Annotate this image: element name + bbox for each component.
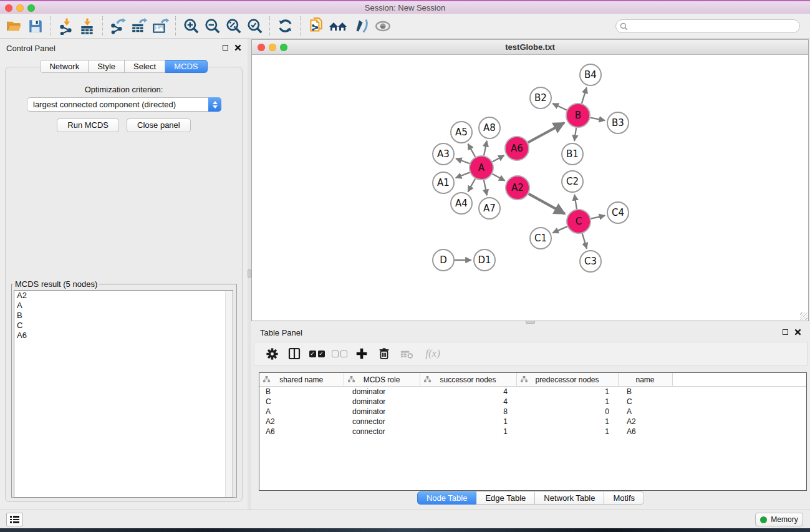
deselect-all-icon[interactable] (329, 344, 349, 363)
graph-edge-B-B1[interactable] (574, 128, 576, 141)
graph-edge-C-C3[interactable] (582, 233, 587, 248)
zoom-fit-icon[interactable] (223, 16, 244, 37)
tab-style[interactable]: Style (89, 60, 125, 73)
graph-node-A4[interactable]: A4 (451, 193, 472, 214)
close-window-button[interactable] (5, 4, 12, 12)
graph-edge-B-B4[interactable] (582, 87, 587, 104)
mcds-result-item[interactable]: A2 (14, 291, 233, 301)
column-header[interactable]: name (618, 373, 672, 387)
export-image-icon[interactable] (150, 16, 171, 37)
optimization-criterion-select[interactable]: largest connected component (directed) (27, 97, 221, 112)
tab-network-table[interactable]: Network Table (535, 491, 604, 505)
graph-edge-A-A7[interactable] (484, 180, 487, 196)
graph-node-A1[interactable]: A1 (433, 172, 454, 193)
delete-column-icon[interactable] (374, 344, 394, 363)
graph-node-B4[interactable]: B4 (580, 64, 601, 85)
graph-edge-C-C4[interactable] (591, 216, 605, 219)
float-panel-icon[interactable] (783, 329, 788, 335)
tab-edge-table[interactable]: Edge Table (476, 491, 535, 505)
graph-edge-A-A6[interactable] (493, 155, 504, 162)
graph-edge-A6-B[interactable] (528, 123, 564, 142)
zoom-in-icon[interactable] (180, 16, 201, 37)
task-history-icon[interactable] (6, 513, 23, 526)
select-all-icon[interactable]: ✓✓ (307, 344, 327, 363)
network-close-button[interactable] (258, 44, 265, 51)
graph-edge-B-B2[interactable] (552, 104, 567, 110)
search-input[interactable] (615, 19, 800, 33)
network-window-titlebar[interactable]: testGlobe.txt (252, 40, 808, 55)
close-panel-button[interactable]: Close panel (127, 118, 191, 132)
show-hide-icon[interactable] (372, 16, 393, 37)
float-panel-icon[interactable] (223, 45, 228, 51)
add-column-icon[interactable] (352, 344, 372, 363)
graph-node-A2[interactable]: A2 (506, 176, 529, 200)
toggle-graphics-details-icon[interactable] (351, 16, 372, 37)
function-builder-icon[interactable]: f(x) (419, 344, 446, 363)
graph-edge-A-A5[interactable] (468, 144, 475, 157)
graph-edge-C-C1[interactable] (552, 226, 567, 233)
save-session-icon[interactable] (25, 16, 46, 37)
export-network-icon[interactable] (107, 16, 128, 37)
graph-edge-C-C2[interactable] (574, 195, 577, 209)
open-file-icon[interactable] (4, 16, 25, 37)
graph-node-A6[interactable]: A6 (505, 137, 529, 160)
graph-node-C4[interactable]: C4 (607, 202, 629, 223)
graph-edge-A-A2[interactable] (493, 174, 505, 181)
mcds-result-item[interactable]: B (14, 311, 233, 321)
tab-mcds[interactable]: MCDS (165, 60, 207, 73)
graph-node-D[interactable]: D (433, 249, 454, 271)
graph-node-B[interactable]: B (566, 104, 590, 127)
node-table[interactable]: shared nameMCDS rolesuccessor nodesprede… (259, 372, 807, 491)
close-panel-icon[interactable] (794, 329, 801, 336)
table-row[interactable]: Adominator80A (259, 407, 806, 417)
table-row[interactable]: A6connector11A6 (259, 427, 806, 437)
settings-gear-icon[interactable] (262, 344, 282, 363)
import-table-icon[interactable] (77, 16, 98, 37)
graph-edge-A-A3[interactable] (456, 158, 470, 163)
network-graph[interactable]: AA1A2A3A4A5A6A7A8BB1B2B3B4CC1C2C3C4DD1 (253, 55, 808, 321)
mcds-result-item[interactable]: A (14, 301, 233, 311)
mcds-result-item[interactable]: A6 (14, 331, 233, 341)
column-header[interactable]: predecessor nodes (516, 373, 618, 387)
mcds-result-list[interactable]: A2ABCA6 (14, 290, 233, 498)
column-header[interactable]: successor nodes (420, 373, 516, 387)
close-panel-icon[interactable] (234, 44, 241, 51)
mcds-result-item[interactable]: C (14, 321, 233, 331)
graph-node-A7[interactable]: A7 (479, 198, 500, 219)
graph-node-C[interactable]: C (567, 210, 591, 233)
network-minimize-button[interactable] (269, 44, 276, 51)
graph-edge-A2-C[interactable] (529, 194, 565, 214)
zoom-window-button[interactable] (27, 4, 35, 12)
graph-node-B2[interactable]: B2 (530, 87, 551, 109)
column-header[interactable]: shared name (259, 373, 344, 387)
refresh-layout-icon[interactable] (274, 16, 296, 37)
genemania-search-icon[interactable] (326, 16, 351, 37)
clone-network-icon[interactable] (305, 16, 326, 37)
graph-node-B3[interactable]: B3 (607, 112, 629, 133)
graph-edge-A-A1[interactable] (456, 172, 470, 178)
tab-network[interactable]: Network (40, 60, 89, 73)
tab-select[interactable]: Select (125, 60, 165, 73)
graph-node-B1[interactable]: B1 (562, 143, 583, 165)
graph-node-A5[interactable]: A5 (451, 122, 472, 143)
memory-button[interactable]: Memory (755, 513, 803, 526)
zoom-out-icon[interactable] (201, 16, 223, 37)
list-scrollbar[interactable] (225, 291, 232, 498)
minimize-window-button[interactable] (16, 4, 24, 12)
graph-edge-B-B3[interactable] (591, 118, 605, 120)
graph-node-C1[interactable]: C1 (530, 228, 551, 249)
graph-edge-A-A4[interactable] (468, 178, 475, 191)
table-row[interactable]: A2connector11A2 (259, 417, 806, 427)
column-layout-icon[interactable] (284, 344, 304, 363)
column-header[interactable]: MCDS role (344, 373, 420, 387)
run-mcds-button[interactable]: Run MCDS (57, 118, 119, 132)
zoom-selected-icon[interactable] (244, 16, 265, 37)
graph-node-A3[interactable]: A3 (433, 143, 454, 165)
window-resize-grip[interactable] (800, 312, 808, 320)
graph-node-A8[interactable]: A8 (479, 117, 500, 138)
network-zoom-button[interactable] (280, 44, 287, 51)
table-row[interactable]: Cdominator41C (259, 397, 806, 407)
graph-edge-A-A8[interactable] (484, 141, 487, 156)
network-canvas[interactable]: AA1A2A3A4A5A6A7A8BB1B2B3B4CC1C2C3C4DD1 (253, 55, 808, 321)
graph-node-A[interactable]: A (470, 156, 493, 180)
